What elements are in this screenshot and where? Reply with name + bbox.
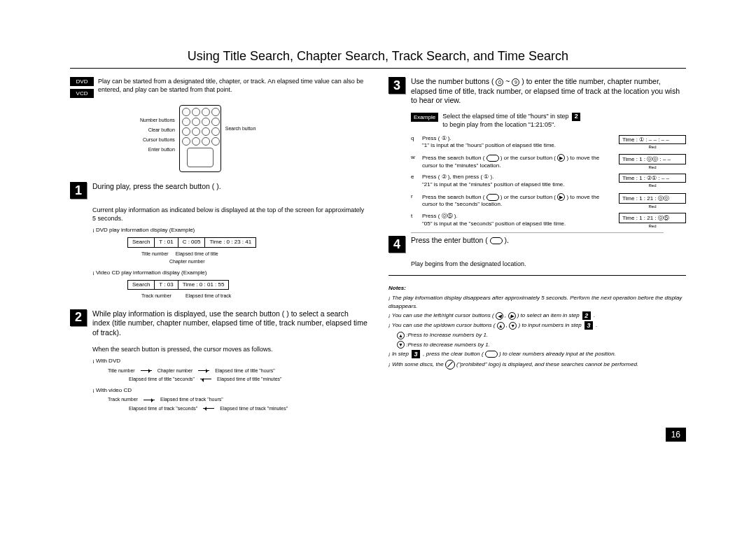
disp-cell: T : 03 [155,281,178,290]
vcd-display-box: Search T : 03 Time : 0 : 01 : 55 [127,280,229,290]
arrow-icon [203,408,214,409]
step-1-desc: Current play information as indicated be… [92,206,368,223]
flow-node: Elapsed time of track "seconds" [127,405,199,412]
red-label: Red [648,204,656,209]
step-ref-2-icon: 2 [582,311,591,320]
substep-index: q [411,135,418,141]
example-box: Example Select the elapsed time of title… [411,113,686,129]
red-label: Red [648,165,656,169]
manual-page: Using Title Search, Chapter Search, Trac… [70,49,686,414]
with-vcd-label: ¡ With video CD [92,387,368,395]
number-9-icon: 9 [512,78,519,86]
substep-text: Press the search button ( ) or the curso… [422,193,615,209]
intro-text: Play can be started from a designated ti… [98,77,368,94]
example-line-b: to begin play from the location "1:21:05… [442,121,556,128]
substep-r: r Press the search button ( ) or the cur… [411,193,686,209]
remote-label: Enter button [148,147,175,152]
dvd-display-labels-2: Chapter number [127,258,368,265]
badge-vcd: VCD [70,89,94,98]
remote-right-label: Search button [225,126,256,131]
enter-button-icon [490,237,503,244]
step-number-icon: 4 [388,236,405,253]
cursor-down-icon: ▼ [397,341,405,349]
substep-index: e [411,174,418,180]
cursor-right-icon: ▶ [557,154,565,162]
substep-text: Press the search button ( ) or the curso… [422,154,615,169]
time-display: Time : 1 : 21 : ⓪⑤ [619,213,686,223]
time-display: Time : 1 : ②① : – – [619,174,686,183]
notes-heading: Notes: [388,284,686,293]
red-label: Red [648,183,656,188]
dvd-flow-row-2: Elapsed time of title "seconds" Elapsed … [127,376,368,382]
example-text: Select the elapsed time of title "hours"… [442,113,582,129]
flow-node: Elapsed time of track "hours" [159,396,225,402]
note-item: ¡ In step 3 , press the clear button ( )… [388,350,686,358]
step-3: 3 Use the number buttons ( 0 ~ 9 ) to en… [388,77,686,106]
flow-node: Elapsed time of title "seconds" [127,376,196,382]
disp-cell: T : 01 [155,238,178,247]
caption: Title number [141,251,169,257]
disp-cell: Time : 0 : 01 : 55 [178,281,229,290]
step-4: 4 Press the enter button ( ). [388,236,686,253]
flow-node: Chapter number [156,367,195,374]
search-button-icon [486,194,499,201]
disp-cell: Search [128,281,155,290]
note-item: ¡ You can use the up/down cursor buttons… [388,321,686,330]
step-1-head: During play, press the search button ( )… [92,182,221,192]
remote-illustration: Number buttons Clear button Cursor butto… [140,105,368,172]
arrow-icon [200,379,211,379]
section-rule [388,275,686,276]
divider [411,232,664,233]
step-ref-3-icon: 3 [412,350,420,358]
intro-row: DVD VCD Play can be started from a desig… [70,77,368,98]
substep-t: t Press ( ⓪⑤ ). "05" is input at the "se… [411,213,686,228]
step-4-body: Play begins from the designated location… [411,260,686,268]
clear-button-icon [485,351,498,358]
notes-section: Notes: ¡ The play information display di… [388,284,686,370]
time-display-col: Time : ① : – – : – – Red [619,135,686,149]
remote-body [179,105,221,172]
note-item: ¡ With some discs, the ("prohibited" log… [388,360,686,370]
substep-text: Press ( ② ), then press ( ① ). "21" is i… [422,174,615,189]
step-number-icon: 2 [70,309,87,326]
step-number-icon: 1 [70,182,87,199]
cursor-down-icon: ▼ [509,322,517,330]
badge-dvd: DVD [70,77,94,86]
red-label: Red [648,224,656,228]
left-column: DVD VCD Play can be started from a desig… [70,77,368,414]
caption: Chapter number [169,258,205,265]
step-1: 1 During play, press the search button (… [70,182,368,199]
time-display: Time : 1 : ⓪⓪ : – – [619,154,686,164]
with-dvd-label: ¡ With DVD [92,358,368,365]
remote-label: Number buttons [140,118,175,122]
dvd-display-box: Search T : 01 C : 005 Time : 0 : 23 : 41 [127,237,256,248]
time-display: Time : ① : – – : – – [619,135,686,144]
step-2-desc: When the search button is pressed, the c… [92,345,368,353]
note-item: ¡ The play information display disappear… [388,294,686,310]
note-subitem: ▲ :Press to increase numbers by 1. [397,331,686,339]
step-2: 2 While play information is displayed, u… [70,309,368,338]
disc-badges: DVD VCD [70,77,94,98]
disp-cell: C : 005 [178,238,206,247]
prohibited-icon [445,360,455,370]
step-3-head: Use the number buttons ( 0 ~ 9 ) to ente… [411,77,686,106]
page-number: 16 [666,428,686,442]
vcd-flow-row-2: Elapsed time of track "seconds" Elapsed … [127,405,368,412]
step-2-head: While play information is displayed, use… [92,309,368,338]
time-display-col: Time : 1 : 21 : ⓪⓪ Red [619,193,686,209]
step-4-head: Press the enter button ( ). [411,236,509,246]
substep-w: w Press the search button ( ) or the cur… [411,154,686,169]
flow-node: Elapsed time of title "minutes" [216,376,284,382]
flow-node: Elapsed time of track "minutes" [218,405,289,412]
substep-e: e Press ( ② ), then press ( ① ). "21" is… [411,174,686,189]
arrow-icon [141,370,152,371]
time-display: Time : 1 : 21 : ⓪⓪ [619,193,686,204]
remote-left-labels: Number buttons Clear button Cursor butto… [140,105,175,152]
step-ref-2-icon: 2 [572,113,580,121]
remote-label: Clear button [148,127,175,132]
substep-index: t [411,213,418,219]
cursor-right-icon: ▶ [557,193,565,201]
arrow-icon [144,400,155,400]
vcd-display-labels: Track number Elapsed time of track [127,293,368,299]
caption: Track number [141,293,172,299]
